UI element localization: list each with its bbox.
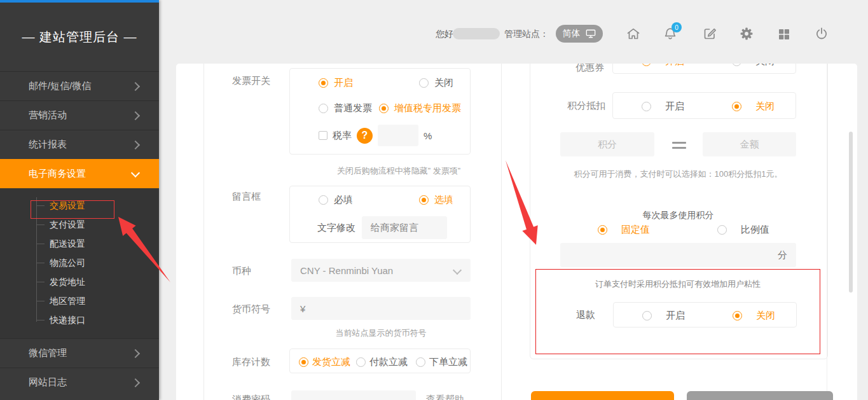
- trade-settings-panel: 发票开关 开启 关闭 普通发票 增值税专用发票 税率 ?: [176, 64, 857, 400]
- radio-icon[interactable]: [642, 311, 652, 321]
- radio-selected-icon[interactable]: [733, 311, 742, 321]
- view-help-link[interactable]: 查看帮助: [426, 394, 464, 400]
- radio-selected-icon[interactable]: [598, 225, 607, 235]
- fixed-value-radio[interactable]: 固定值: [598, 224, 650, 236]
- refund-on-radio[interactable]: 开启: [642, 310, 685, 322]
- coupon-off-radio[interactable]: 关闭: [732, 64, 775, 67]
- invoice-off-radio[interactable]: 关闭: [419, 77, 453, 89]
- radio-selected-icon[interactable]: [319, 78, 328, 88]
- sidebar-item-ecommerce-settings[interactable]: 电子商务设置: [0, 159, 159, 188]
- sidebar-subitem-shipping-address[interactable]: 发货地址: [50, 272, 159, 291]
- gear-icon[interactable]: [739, 26, 754, 41]
- sidebar-subitem-region-management[interactable]: 地区管理: [50, 291, 159, 310]
- sidebar-item-label: 营销活动: [29, 109, 67, 121]
- radio-icon[interactable]: [642, 102, 651, 111]
- refund-off-radio[interactable]: 关闭: [733, 310, 775, 322]
- notification-badge: 0: [672, 22, 682, 32]
- secondary-button[interactable]: [687, 391, 833, 400]
- manage-site-label: 管理站点：: [504, 29, 549, 40]
- radio-label: 开启: [666, 310, 685, 322]
- stock-count-group: 发货立减 付款立减 下单立减: [289, 348, 471, 373]
- invoice-normal-radio[interactable]: 普通发票: [319, 102, 372, 114]
- currency-symbol-input[interactable]: ¥: [291, 297, 471, 320]
- radio-selected-icon[interactable]: [379, 104, 389, 113]
- radio-selected-icon[interactable]: [299, 357, 308, 367]
- text-edit-label: 文字修改: [317, 222, 355, 234]
- coupon-label: 优惠券: [575, 64, 604, 74]
- radio-selected-icon[interactable]: [419, 195, 429, 205]
- help-question-icon[interactable]: ?: [357, 128, 373, 144]
- chevron-right-icon: [131, 81, 140, 90]
- stock-pay-radio[interactable]: 付款立减: [356, 356, 408, 368]
- greeting-text: 您好: [436, 29, 453, 40]
- refund-label: 退款: [576, 309, 595, 321]
- points-unit-label: 分: [778, 249, 787, 261]
- apps-grid-icon[interactable]: [776, 27, 792, 42]
- radio-icon[interactable]: [732, 64, 741, 66]
- tax-rate-input[interactable]: [378, 125, 418, 146]
- sidebar-item-mail-sms-wechat[interactable]: 邮件/短信/微信: [0, 71, 159, 100]
- coupon-group: 开启 关闭: [612, 64, 796, 74]
- percent-label: %: [424, 130, 432, 141]
- consume-password-label: 消费密码: [232, 394, 270, 400]
- annotation-highlight-box: 订单支付时采用积分抵扣可有效增加用户粘性 退款 开启 关闭: [535, 269, 820, 354]
- invoice-note: 关闭后购物流程中将隐藏” 发票项”: [262, 165, 535, 177]
- sidebar-item-label: 电子商务设置: [29, 168, 86, 180]
- save-button[interactable]: [531, 391, 674, 400]
- power-icon[interactable]: [814, 26, 829, 41]
- stock-count-label: 库存计数: [232, 356, 270, 368]
- scrollbar-thumb[interactable]: [849, 132, 853, 293]
- edit-icon[interactable]: [702, 26, 717, 41]
- home-icon[interactable]: [626, 26, 641, 41]
- ratio-value-radio[interactable]: 比例值: [717, 224, 769, 236]
- subitem-label: 支付设置: [50, 219, 85, 230]
- msg-text-row: 文字修改 给商家留言: [317, 216, 447, 239]
- radio-label: 选填: [434, 194, 453, 206]
- sidebar-item-label: 微信管理: [29, 347, 67, 359]
- site-lang-label: 简体: [563, 28, 581, 39]
- stock-ship-radio[interactable]: 发货立减: [299, 356, 350, 368]
- sidebar-subitem-logistics-company[interactable]: 物流公司: [50, 253, 159, 272]
- message-box-group: 必填 选填 文字修改 给商家留言: [289, 186, 471, 243]
- message-box-label: 留言框: [232, 191, 261, 203]
- radio-icon[interactable]: [419, 78, 429, 88]
- admin-screen: — 建站管理后台 — 邮件/短信/微信 营销活动 统计报表 电子商务设置 交易设…: [0, 0, 868, 400]
- invoice-switch-label: 发票开关: [232, 75, 270, 87]
- currency-symbol-label: 货币符号: [232, 303, 270, 315]
- sidebar-subitem-delivery-settings[interactable]: 配送设置: [50, 234, 159, 253]
- sidebar-subitem-express-interface[interactable]: 快递接口: [50, 310, 159, 329]
- chevron-right-icon: [131, 140, 140, 149]
- invoice-vat-radio[interactable]: 增值税专用发票: [379, 102, 461, 114]
- msg-required-radio[interactable]: 必填: [319, 194, 353, 206]
- stock-order-radio[interactable]: 下单立减: [416, 356, 467, 368]
- tax-rate-checkbox[interactable]: [319, 131, 327, 140]
- currency-value: CNY - Renminbi Yuan: [300, 265, 393, 276]
- points-input[interactable]: 积分: [560, 132, 654, 156]
- radio-selected-icon[interactable]: [642, 64, 651, 66]
- radio-icon[interactable]: [416, 357, 425, 367]
- consume-password-input[interactable]: [291, 390, 416, 400]
- sidebar-item-site-log[interactable]: 网站日志: [0, 368, 159, 397]
- max-points-input[interactable]: 分: [560, 243, 796, 267]
- subitem-label: 快递接口: [50, 315, 85, 325]
- amount-input[interactable]: 金额: [703, 132, 796, 156]
- sidebar-item-statistics[interactable]: 统计报表: [0, 130, 159, 159]
- radio-icon[interactable]: [319, 104, 328, 113]
- coupon-on-radio[interactable]: 开启: [642, 64, 684, 67]
- site-selector-pill[interactable]: 简体: [556, 25, 603, 43]
- chevron-right-icon: [131, 348, 140, 357]
- deduct-on-radio[interactable]: 开启: [642, 100, 684, 113]
- currency-select[interactable]: CNY - Renminbi Yuan: [291, 259, 471, 282]
- sidebar-item-wechat-management[interactable]: 微信管理: [0, 338, 159, 368]
- msg-optional-radio[interactable]: 选填: [419, 194, 453, 206]
- sidebar-item-marketing[interactable]: 营销活动: [0, 100, 159, 130]
- radio-selected-icon[interactable]: [732, 102, 741, 111]
- deduct-off-radio[interactable]: 关闭: [732, 100, 775, 113]
- radio-label: 比例值: [741, 224, 769, 236]
- invoice-on-radio[interactable]: 开启: [319, 77, 353, 89]
- currency-symbol-note: 当前站点显示的货币符号: [291, 328, 471, 339]
- radio-icon[interactable]: [356, 357, 366, 367]
- radio-icon[interactable]: [319, 195, 328, 205]
- radio-icon[interactable]: [717, 225, 727, 235]
- msg-text-input[interactable]: 给商家留言: [362, 216, 447, 239]
